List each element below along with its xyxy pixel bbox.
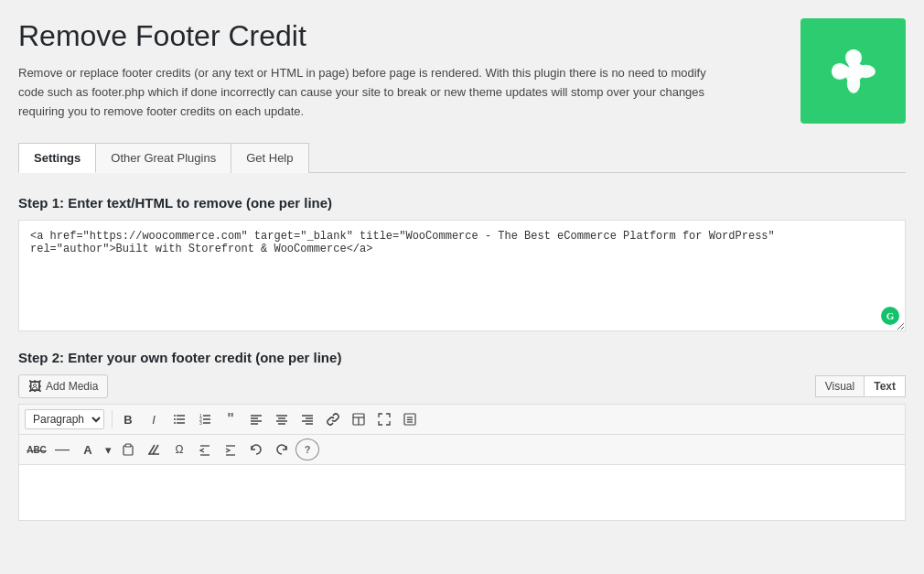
editor-toolbar-row2: ABC — A ▾ Ω [19, 435, 905, 465]
svg-point-9 [174, 418, 176, 420]
paste-word-button[interactable] [116, 439, 140, 460]
page-description: Remove or replace footer credits (or any… [18, 64, 732, 121]
svg-rect-37 [125, 444, 131, 447]
visual-text-tabs: Visual Text [815, 375, 906, 397]
grammarly-icon [881, 307, 899, 325]
align-left-icon [250, 413, 263, 426]
link-button[interactable] [321, 408, 345, 430]
insert-table-icon [352, 413, 365, 426]
strikethrough-button[interactable]: ABC [25, 439, 48, 460]
tab-settings[interactable]: Settings [18, 143, 96, 173]
clear-formatting-icon [147, 443, 160, 456]
page-wrapper: Remove Footer Credit Remove or replace f… [0, 0, 924, 574]
visual-tab[interactable]: Visual [815, 375, 864, 397]
indent-icon [224, 443, 237, 456]
unordered-list-icon [173, 413, 186, 426]
bold-button[interactable]: B [116, 408, 140, 430]
italic-button[interactable]: I [142, 408, 166, 430]
step1-textarea[interactable]: <a href="https://woocommerce.com" target… [19, 221, 905, 330]
toolbar-toggle-icon [403, 413, 416, 426]
align-right-button[interactable] [295, 408, 319, 430]
paragraph-select[interactable]: Paragraph [25, 409, 104, 429]
help-button[interactable]: ? [295, 439, 319, 460]
undo-button[interactable] [244, 439, 268, 460]
step2-heading: Step 2: Enter your own footer credit (on… [18, 350, 906, 365]
outdent-button[interactable] [193, 439, 217, 460]
insert-table-button[interactable] [347, 408, 371, 430]
svg-point-8 [174, 415, 176, 417]
tabs-nav: Settings Other Great Plugins Get Help [18, 142, 906, 173]
editor-wrapper: Paragraph B I 123 " [18, 404, 906, 521]
special-char-button[interactable]: Ω [167, 439, 191, 460]
editor-body[interactable] [19, 465, 905, 520]
svg-text:3: 3 [199, 420, 202, 426]
align-right-icon [301, 413, 314, 426]
svg-point-1 [846, 49, 859, 70]
toolbar-sep-1 [112, 410, 113, 428]
align-center-icon [275, 413, 288, 426]
redo-button[interactable] [270, 439, 294, 460]
step2-section: Step 2: Enter your own footer credit (on… [18, 350, 906, 521]
unordered-list-button[interactable] [167, 408, 191, 430]
svg-point-2 [855, 64, 876, 77]
svg-point-4 [832, 64, 852, 77]
step1-textarea-container: <a href="https://woocommerce.com" target… [18, 220, 906, 331]
paste-word-icon [122, 443, 134, 456]
tab-other-plugins[interactable]: Other Great Plugins [95, 143, 231, 173]
page-title: Remove Footer Credit [18, 18, 782, 53]
link-icon [327, 413, 339, 426]
tab-get-help[interactable]: Get Help [231, 143, 308, 173]
svg-point-3 [846, 73, 859, 93]
ordered-list-button[interactable]: 123 [193, 408, 217, 430]
undo-icon [250, 443, 263, 456]
color-picker-arrow[interactable]: ▾ [102, 439, 114, 460]
text-tab[interactable]: Text [864, 375, 906, 397]
header-left: Remove Footer Credit Remove or replace f… [18, 18, 800, 122]
horizontal-rule-button[interactable]: — [50, 439, 74, 460]
clear-formatting-button[interactable] [142, 439, 166, 460]
svg-point-10 [174, 422, 176, 424]
ordered-list-icon: 123 [199, 413, 211, 426]
indent-button[interactable] [219, 439, 242, 460]
blockquote-button[interactable]: " [219, 408, 242, 430]
add-media-icon: 🖼 [28, 379, 41, 394]
step1-heading: Step 1: Enter text/HTML to remove (one p… [18, 195, 906, 211]
header-section: Remove Footer Credit Remove or replace f… [18, 18, 906, 124]
redo-icon [275, 443, 288, 456]
fullscreen-icon [378, 413, 391, 426]
align-center-button[interactable] [270, 408, 294, 430]
align-left-button[interactable] [244, 408, 268, 430]
toolbar-toggle-button[interactable] [398, 408, 422, 430]
plugin-logo-icon [826, 44, 881, 99]
tabs-section: Settings Other Great Plugins Get Help [18, 142, 906, 173]
editor-toolbar-row1: Paragraph B I 123 " [19, 405, 905, 435]
step1-section: Step 1: Enter text/HTML to remove (one p… [18, 195, 906, 331]
fullscreen-button[interactable] [372, 408, 396, 430]
plugin-logo [800, 18, 906, 124]
add-media-button[interactable]: 🖼 Add Media [18, 374, 108, 398]
media-toolbar: 🖼 Add Media Visual Text [18, 374, 906, 398]
text-color-button[interactable]: A [76, 439, 100, 460]
outdent-icon [199, 443, 211, 456]
add-media-label: Add Media [46, 380, 98, 393]
